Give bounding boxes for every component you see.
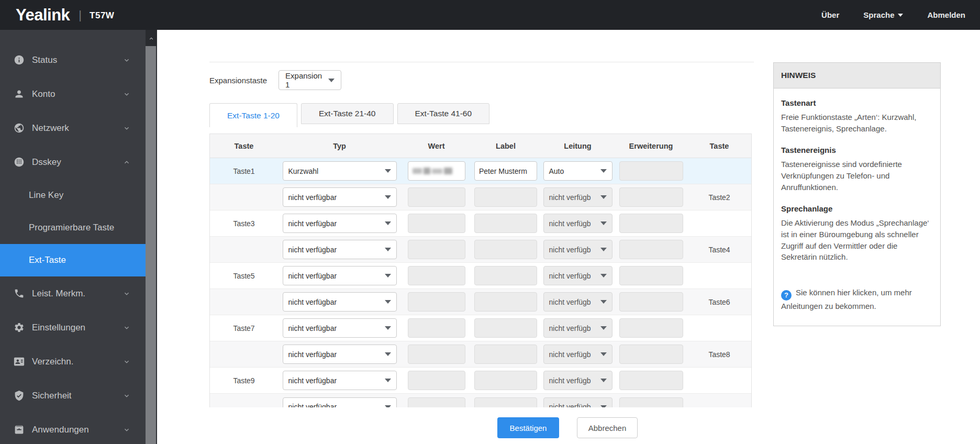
ext-key-tabs: Ext-Taste 1-20 Ext-Taste 21-40 Ext-Taste…: [209, 103, 764, 127]
chevron-down-icon: [122, 392, 131, 400]
typ-select[interactable]: Kurzwahl: [283, 161, 397, 181]
sidebar-item-verzeichn[interactable]: Verzeichn.: [0, 345, 146, 379]
tab-label: Ext-Taste 41-60: [415, 109, 472, 118]
label-input: [474, 345, 537, 364]
expansion-select[interactable]: Expansion 1: [279, 70, 341, 90]
sidebar-item-einstellungen[interactable]: Einstellungen: [0, 310, 146, 345]
keypad-icon: [14, 157, 25, 168]
sidebar-item-label: Einstellungen: [32, 323, 85, 333]
typ-select[interactable]: nicht verfügbar: [283, 345, 397, 364]
confirm-button[interactable]: Bestätigen: [497, 417, 559, 438]
help-link-text: Sie können hier klicken, um mehr Anleitu…: [781, 288, 912, 310]
chevron-down-icon: [385, 221, 391, 225]
key-name-right: Taste4: [708, 246, 730, 254]
sidebar-item-sicherheit[interactable]: Sicherheit: [0, 379, 146, 413]
sidebar-subitem-label: Line Key: [29, 190, 63, 201]
chevron-down-icon: [385, 352, 391, 356]
wert-input: [408, 292, 465, 312]
leitung-select-value: Auto: [549, 167, 564, 175]
table-body: Taste1 Kurzwahl Peter Musterm Auto nicht…: [210, 158, 751, 407]
typ-select[interactable]: nicht verfügbar: [283, 318, 397, 338]
wert-input: [408, 214, 465, 233]
table-header-row: Taste Typ Wert Label Leitung Erweiterung…: [210, 134, 751, 158]
table-row: nicht verfügbar nicht verfügb Taste6: [210, 289, 751, 315]
sidebar-item-label: Konto: [32, 89, 55, 99]
tab-ext-taste-1-20[interactable]: Ext-Taste 1-20: [209, 103, 297, 127]
table-row: nicht verfügbar nicht verfügb Taste2: [210, 184, 751, 210]
typ-select[interactable]: nicht verfügbar: [283, 266, 397, 285]
topbar-menu: Über Sprache Abmelden: [821, 10, 965, 19]
sidebar-subitem-programierbare-taste[interactable]: Programierbare Taste: [0, 212, 146, 244]
scroll-viewport: Expansionstaste Expansion 1 Ext-Taste 1-…: [157, 30, 764, 407]
sidebar-subitem-line-key[interactable]: Line Key: [0, 179, 146, 212]
erweiterung-input: [619, 266, 683, 285]
sidebar-item-label: Dsskey: [32, 157, 61, 168]
user-icon: [14, 88, 25, 99]
hint-panel-title: HINWEIS: [774, 63, 940, 88]
typ-select-value: nicht verfügbar: [288, 324, 337, 332]
hint-section: Tastenereignis Tastenereignisse sind vor…: [781, 145, 932, 193]
typ-select-value: nicht verfügbar: [288, 272, 337, 280]
leitung-select: nicht verfügb: [543, 397, 612, 408]
logout-link[interactable]: Abmelden: [927, 10, 965, 19]
about-link[interactable]: Über: [821, 10, 839, 19]
label-input: [474, 397, 537, 408]
label-input: [474, 240, 537, 259]
tab-label: Ext-Taste 21-40: [319, 109, 376, 118]
erweiterung-input: [619, 371, 683, 390]
key-name-left: Taste7: [233, 324, 254, 332]
wert-input: [408, 240, 465, 259]
cancel-button[interactable]: Abbrechen: [577, 417, 638, 438]
typ-select-value: nicht verfügbar: [288, 376, 337, 385]
chevron-down-icon: [600, 379, 607, 382]
sidebar-item-anwendungen[interactable]: Anwendungen: [0, 413, 146, 444]
shield-icon: [14, 390, 25, 401]
tab-ext-taste-21-40[interactable]: Ext-Taste 21-40: [301, 103, 394, 124]
typ-select[interactable]: nicht verfügbar: [283, 187, 397, 207]
col-header-leitung: Leitung: [564, 142, 591, 150]
typ-select-value: nicht verfügbar: [288, 298, 337, 306]
language-menu[interactable]: Sprache: [863, 10, 903, 19]
typ-select[interactable]: nicht verfügbar: [283, 214, 397, 233]
sidebar-item-status[interactable]: Status: [0, 43, 146, 77]
about-link-label: Über: [821, 10, 839, 19]
typ-select-value: nicht verfügbar: [288, 403, 337, 407]
wert-input: [408, 187, 465, 207]
sidebar-item-dsskey[interactable]: Dsskey: [0, 145, 146, 179]
chevron-down-icon: [898, 14, 903, 17]
sidebar-item-label: Verzeichn.: [32, 357, 73, 367]
sidebar-item-netzwerk[interactable]: Netzwerk: [0, 111, 146, 145]
leitung-select-value: nicht verfügb: [549, 298, 591, 306]
leitung-select: nicht verfügb: [543, 266, 612, 285]
chevron-down-icon: [385, 274, 391, 278]
typ-select[interactable]: nicht verfügbar: [283, 397, 397, 408]
typ-select[interactable]: nicht verfügbar: [283, 240, 397, 259]
leitung-select[interactable]: Auto: [543, 161, 612, 181]
scrollbar-thumb[interactable]: [146, 46, 156, 444]
table-row: nicht verfügbar nicht verfügb Taste8: [210, 341, 751, 368]
help-link-row[interactable]: ?Sie können hier klicken, um mehr Anleit…: [781, 287, 932, 312]
leitung-select-value: nicht verfügb: [549, 350, 591, 359]
sidebar-subitem-ext-taste[interactable]: Ext-Taste: [0, 244, 146, 276]
chevron-down-icon: [600, 169, 607, 173]
tab-label: Ext-Taste 1-20: [227, 111, 280, 120]
chevron-down-icon: [600, 326, 607, 330]
scroll-up-button[interactable]: [146, 30, 157, 46]
tab-ext-taste-41-60[interactable]: Ext-Taste 41-60: [397, 103, 490, 124]
typ-select[interactable]: nicht verfügbar: [283, 292, 397, 312]
typ-select-value: nicht verfügbar: [288, 350, 337, 359]
wert-input-redacted[interactable]: [408, 161, 465, 181]
sidebar-item-leist-merkm[interactable]: Leist. Merkm.: [0, 276, 146, 310]
typ-select[interactable]: nicht verfügbar: [283, 371, 397, 390]
content-scrollbar[interactable]: [146, 30, 157, 444]
hint-panel: HINWEIS Tastenart Freie Funktionstaste „…: [773, 62, 941, 326]
expansion-label: Expansionstaste: [209, 76, 267, 85]
label-input[interactable]: Peter Musterm: [474, 161, 537, 181]
sidebar-subitem-label: Ext-Taste: [29, 255, 66, 265]
wert-input: [408, 397, 465, 408]
typ-select-value: nicht verfügbar: [288, 219, 337, 228]
sidebar-item-konto[interactable]: Konto: [0, 77, 146, 111]
label-input: [474, 318, 537, 338]
chevron-down-icon: [385, 169, 391, 173]
label-input-value: Peter Musterm: [479, 167, 527, 175]
